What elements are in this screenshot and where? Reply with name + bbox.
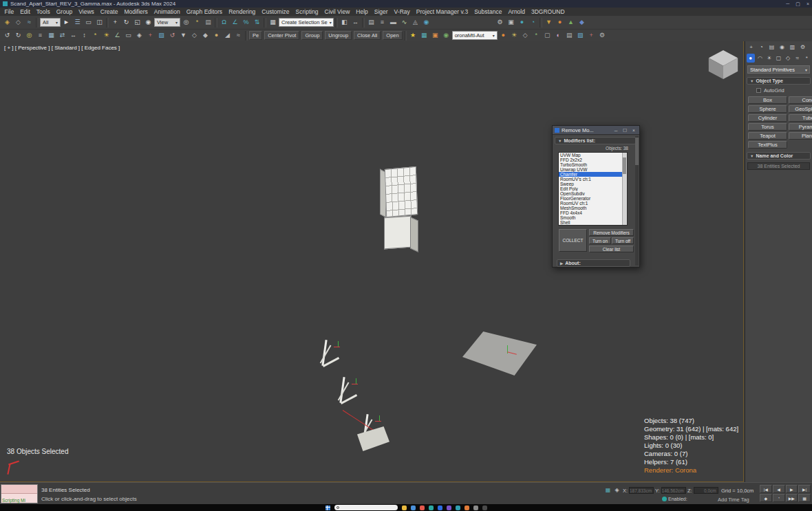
photos-app-icon[interactable] bbox=[447, 505, 451, 510]
checkbox-icon[interactable] bbox=[756, 88, 761, 93]
file-explorer-icon[interactable] bbox=[402, 505, 407, 510]
material-sphere-icon[interactable]: ◉ bbox=[441, 30, 451, 41]
object-name-field[interactable]: 38 Entities Selected bbox=[747, 162, 810, 170]
select-and-manipulate-icon[interactable]: * bbox=[192, 17, 202, 28]
store-app-icon[interactable] bbox=[438, 505, 442, 510]
add-time-tag-button[interactable]: Add Time Tag bbox=[718, 497, 749, 503]
x-coordinate-field[interactable]: 187,833cm bbox=[629, 487, 654, 494]
macro-recorder-pane[interactable] bbox=[1, 485, 37, 494]
modifier-list-item[interactable]: Sweep bbox=[559, 182, 622, 186]
detach-icon[interactable]: ◇ bbox=[189, 30, 200, 41]
select-by-name-icon[interactable]: ☰ bbox=[72, 17, 83, 28]
turn-off-button[interactable]: Turn off bbox=[612, 237, 634, 244]
render-production-icon[interactable]: ● bbox=[517, 17, 527, 28]
place-highlight-icon[interactable]: * bbox=[90, 30, 100, 41]
layer-explorer-icon[interactable]: ≡ bbox=[377, 17, 387, 28]
modifier-list-item[interactable]: FloorGenerator bbox=[559, 196, 622, 201]
box-object[interactable] bbox=[384, 216, 412, 250]
angle-snap-icon[interactable]: ∠ bbox=[230, 17, 240, 28]
grid-toggle-icon[interactable]: ▦ bbox=[419, 30, 429, 41]
dialog-minimize-button[interactable]: ─ bbox=[612, 128, 619, 133]
use-pivot-center-icon[interactable]: ◎ bbox=[181, 17, 191, 28]
dialog-title-bar[interactable]: Remove Mo... ─ ▢ × bbox=[553, 126, 639, 135]
display-tab[interactable]: ▥ bbox=[788, 43, 797, 52]
render-setup-icon[interactable]: ⚙ bbox=[495, 17, 505, 28]
hierarchy-tab[interactable]: ▤ bbox=[767, 43, 776, 52]
motion-tab[interactable]: ◉ bbox=[778, 43, 787, 52]
menu-item[interactable]: 3DGROUND bbox=[528, 8, 568, 15]
geometry-category[interactable]: ● bbox=[747, 54, 755, 63]
modifier-list-item[interactable]: FFD 2x2x2 bbox=[559, 157, 622, 162]
forest-pack-icon[interactable]: ▲ bbox=[566, 17, 576, 28]
selection-filter-dropdown[interactable]: All▾ bbox=[40, 18, 61, 27]
modify-tab[interactable]: ◔ bbox=[757, 43, 766, 52]
taskbar-search-input[interactable] bbox=[334, 505, 398, 510]
modifier-list-item[interactable]: MeshSmooth bbox=[559, 206, 622, 210]
scrollbar-thumb[interactable] bbox=[623, 157, 626, 174]
mute-button[interactable]: ▦ bbox=[798, 494, 811, 502]
collect-button[interactable]: COLLECT bbox=[559, 229, 587, 252]
maxscript-mini-listener[interactable]: Scripting Mi bbox=[1, 484, 38, 503]
curve-editor-icon[interactable]: ∿ bbox=[399, 17, 409, 28]
unlink-selection-icon[interactable]: ◇ bbox=[13, 17, 23, 28]
primitive-button[interactable]: Plane bbox=[789, 132, 812, 140]
absolute-offset-toggle-icon[interactable]: ◈ bbox=[613, 486, 621, 494]
truss-object-1[interactable] bbox=[322, 340, 340, 366]
render-region-icon[interactable]: ▣ bbox=[430, 30, 440, 41]
modifier-list-item[interactable]: UVW Map bbox=[559, 153, 622, 157]
proxy-export-icon[interactable]: ◇ bbox=[520, 30, 531, 41]
close-button[interactable]: × bbox=[806, 0, 809, 8]
menu-item[interactable]: Arnold bbox=[505, 8, 528, 15]
select-similar-icon[interactable]: ◈ bbox=[134, 30, 145, 41]
mail-app-icon[interactable] bbox=[420, 505, 425, 510]
select-object-icon[interactable]: ► bbox=[61, 17, 72, 28]
app-icon-gray[interactable] bbox=[473, 505, 478, 510]
teams-app-icon[interactable] bbox=[429, 505, 434, 510]
primitive-button[interactable]: Pyramid bbox=[789, 123, 812, 131]
center-pivot-button[interactable]: Center Pivot bbox=[264, 31, 299, 40]
select-and-link-icon[interactable]: ◈ bbox=[2, 17, 12, 28]
building-object[interactable] bbox=[385, 166, 418, 217]
app-icon-dark[interactable] bbox=[482, 505, 487, 510]
cameras-category[interactable]: ▢ bbox=[775, 54, 783, 63]
modifier-list-item[interactable]: RoomUV ch:1 bbox=[559, 201, 622, 206]
time-config-button[interactable]: ◔ bbox=[773, 494, 785, 502]
percent-snap-icon[interactable]: % bbox=[241, 17, 251, 28]
settings-gear-icon[interactable]: ⚙ bbox=[597, 30, 608, 41]
schematic-view-icon[interactable]: ◬ bbox=[410, 17, 420, 28]
primitive-button[interactable]: Teapot bbox=[748, 132, 787, 140]
favorites-star-icon[interactable]: ★ bbox=[408, 30, 418, 41]
script-runner-icon[interactable]: ▤ bbox=[564, 30, 575, 41]
layer-manager-icon[interactable]: ≡ bbox=[35, 30, 45, 41]
snaps-toggle-icon[interactable]: Ω bbox=[219, 17, 229, 28]
menu-item[interactable]: Customize bbox=[259, 8, 292, 15]
remove-modifiers-button[interactable]: Remove Modifiers bbox=[589, 229, 634, 236]
chamfer-tool-icon[interactable]: ◢ bbox=[222, 30, 233, 41]
play-button[interactable]: ▶ bbox=[786, 485, 798, 493]
turn-on-button[interactable]: Turn on bbox=[589, 237, 611, 244]
view-cube[interactable] bbox=[707, 50, 739, 80]
modifiers-list-rollout[interactable]: ▼ Modifiers list: bbox=[555, 137, 636, 144]
railclone-icon[interactable]: ◆ bbox=[577, 17, 587, 28]
listbox-scrollbar[interactable] bbox=[622, 153, 627, 225]
normal-align-icon[interactable]: ↕ bbox=[79, 30, 89, 41]
selection-lock-toggle-icon[interactable]: ▦ bbox=[604, 486, 612, 494]
redo-icon[interactable]: ↻ bbox=[13, 30, 23, 41]
primitive-button[interactable]: Torus bbox=[748, 123, 787, 131]
modifier-list-item[interactable]: Chamfer bbox=[559, 172, 622, 177]
sunlight-icon[interactable]: ☀ bbox=[101, 30, 111, 41]
material-preset-dropdown[interactable]: oronaMtl-Aut▾ bbox=[452, 31, 498, 40]
max-app-icon[interactable] bbox=[456, 505, 460, 510]
primitive-button[interactable]: Tube bbox=[789, 114, 812, 122]
array-tool-icon[interactable]: ▦ bbox=[46, 30, 56, 41]
modifier-list-item[interactable]: Edit Poly bbox=[559, 186, 622, 191]
previous-frame-button[interactable]: ◀ bbox=[773, 485, 785, 493]
go-to-end-button[interactable]: ▶▶ bbox=[786, 494, 798, 502]
create-tab[interactable]: + bbox=[747, 43, 756, 52]
menu-item[interactable]: Edit bbox=[17, 8, 34, 15]
y-coordinate-field[interactable]: 146,562cm bbox=[661, 487, 686, 494]
color-correct-icon[interactable]: ◐ bbox=[553, 30, 564, 41]
scatter-tool-icon[interactable]: * bbox=[531, 30, 542, 41]
collapse-utility-icon[interactable]: ▼ bbox=[178, 30, 189, 41]
undo-icon[interactable]: ↺ bbox=[2, 30, 12, 41]
